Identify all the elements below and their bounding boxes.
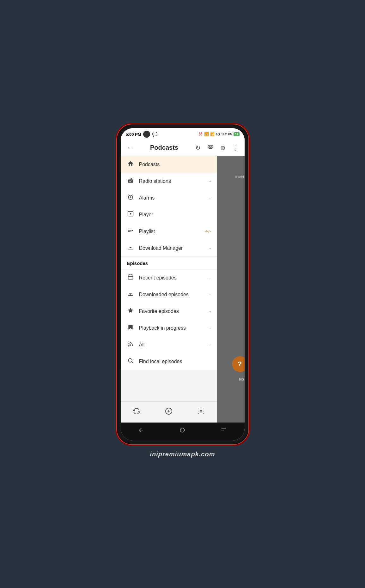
- svg-point-0: [208, 145, 213, 149]
- app-bar-title: Podcasts: [138, 144, 190, 151]
- section-header-label: Episodes: [127, 261, 148, 266]
- star-icon: [127, 307, 134, 315]
- svg-rect-4: [130, 181, 132, 181]
- sidebar-item-radio-label: Radio stations: [139, 178, 204, 184]
- sidebar-item-podcasts[interactable]: Podcasts: [121, 156, 217, 173]
- home-icon: [127, 160, 134, 168]
- overlay-add-text: o add: [235, 175, 244, 179]
- sidebar-item-recent-badge: -: [210, 275, 211, 280]
- playlist-icon: [127, 227, 134, 235]
- overlay-right[interactable]: o add ? elp: [217, 156, 244, 423]
- sidebar-item-favorite-episodes[interactable]: Favorite episodes -: [121, 303, 217, 320]
- status-time: 5:00 PM: [126, 132, 141, 137]
- android-back-button[interactable]: [138, 427, 144, 435]
- sidebar-item-playback-in-progress[interactable]: Playback in progress -: [121, 320, 217, 336]
- sidebar-item-playlist-badge: -/-/-: [204, 229, 211, 234]
- cast-icon: 📶: [204, 132, 209, 136]
- svg-rect-11: [128, 231, 130, 232]
- sidebar-item-download-manager-label: Download Manager: [139, 245, 204, 251]
- rss-icon: [127, 341, 134, 349]
- data-icon: 4G: [216, 133, 220, 136]
- sidebar-item-all-label: All: [139, 342, 204, 348]
- sidebar-item-player-label: Player: [139, 212, 211, 218]
- search-icon: [127, 357, 134, 365]
- sidebar-item-alarms[interactable]: Alarms -: [121, 189, 217, 206]
- back-button[interactable]: ←: [126, 143, 135, 153]
- sidebar-item-find-local[interactable]: Find local episodes: [121, 353, 217, 370]
- sidebar-item-recent-episodes[interactable]: Recent episodes -: [121, 269, 217, 286]
- camera-icon: [143, 131, 150, 138]
- bookmark-icon: [127, 324, 134, 332]
- screen-content: Podcasts Radio stations -: [121, 156, 245, 423]
- overlay-help-text: elp: [239, 377, 244, 381]
- downloaded-icon: [127, 291, 134, 298]
- app-bar: ← Podcasts ↻ ⊕ ⋮: [121, 140, 245, 156]
- svg-rect-14: [128, 275, 133, 279]
- sidebar-item-favorite-label: Favorite episodes: [139, 309, 204, 314]
- sidebar-item-find-local-label: Find local episodes: [139, 359, 211, 364]
- svg-point-23: [200, 410, 202, 412]
- watermark: inipremiumapk.com: [150, 451, 215, 458]
- android-recents-button[interactable]: [221, 427, 227, 435]
- bottom-refresh-button[interactable]: [126, 406, 147, 418]
- sidebar-item-all-badge: -: [210, 342, 211, 347]
- sidebar-item-radio[interactable]: Radio stations -: [121, 173, 217, 189]
- phone-frame: 5:00 PM 💬 ⏰ 📶 📶 4G 14.2 K/s 39 ← Podcast…: [116, 124, 249, 445]
- bottom-settings-button[interactable]: [191, 406, 211, 418]
- calendar-icon: [127, 274, 134, 282]
- svg-rect-13: [128, 249, 133, 249]
- svg-rect-5: [130, 181, 131, 182]
- player-icon: [127, 211, 134, 219]
- help-button[interactable]: ?: [232, 356, 245, 372]
- sidebar-item-all[interactable]: All -: [121, 336, 217, 353]
- sidebar-item-player[interactable]: Player: [121, 206, 217, 223]
- svg-point-17: [128, 345, 129, 346]
- svg-point-24: [180, 428, 185, 432]
- svg-marker-16: [128, 308, 133, 313]
- signal-icon: 📶: [210, 132, 215, 136]
- svg-line-19: [131, 362, 133, 363]
- sidebar-item-downloaded-badge: -: [210, 292, 211, 297]
- more-button[interactable]: ⋮: [231, 143, 240, 153]
- chat-icon: 💬: [152, 132, 157, 137]
- eye-button[interactable]: [206, 142, 215, 153]
- episodes-section-header: Episodes: [121, 256, 217, 269]
- sidebar-item-downloaded-label: Downloaded episodes: [139, 292, 204, 297]
- svg-rect-9: [128, 229, 131, 229]
- status-bar: 5:00 PM 💬 ⏰ 📶 📶 4G 14.2 K/s 39: [121, 128, 245, 140]
- phone-screen: 5:00 PM 💬 ⏰ 📶 📶 4G 14.2 K/s 39 ← Podcast…: [121, 128, 245, 441]
- refresh-button[interactable]: ↻: [194, 143, 202, 153]
- sidebar-item-favorite-badge: -: [210, 309, 211, 314]
- speed-unit: K/s: [228, 133, 232, 136]
- add-button[interactable]: ⊕: [219, 143, 227, 153]
- svg-marker-8: [130, 213, 131, 215]
- sidebar-item-downloaded-episodes[interactable]: Downloaded episodes -: [121, 286, 217, 303]
- android-home-button[interactable]: [179, 427, 186, 435]
- sidebar-item-alarms-badge: -: [210, 195, 211, 201]
- sidebar-item-playback-badge: -: [210, 326, 211, 331]
- sidebar-item-podcasts-label: Podcasts: [139, 162, 211, 167]
- sidebar-item-alarms-label: Alarms: [139, 195, 204, 201]
- status-left: 5:00 PM 💬: [126, 131, 157, 138]
- status-icons: ⏰ 📶 📶 4G 14.2 K/s 39: [198, 132, 240, 136]
- sidebar-item-playback-label: Playback in progress: [139, 325, 204, 331]
- sidebar-item-radio-badge: -: [210, 179, 211, 184]
- radio-icon: [127, 177, 134, 185]
- drawer-spacer: [121, 370, 217, 401]
- svg-point-3: [129, 181, 130, 182]
- svg-rect-10: [128, 230, 131, 231]
- bottom-add-button[interactable]: [159, 406, 179, 418]
- battery-icon: 39: [234, 132, 239, 136]
- sidebar-item-download-manager[interactable]: Download Manager -: [121, 240, 217, 256]
- sidebar-item-recent-label: Recent episodes: [139, 275, 204, 281]
- alarm-icon: [127, 194, 134, 202]
- svg-point-18: [128, 358, 132, 362]
- sidebar-item-playlist[interactable]: Playlist -/-/-: [121, 223, 217, 240]
- sidebar-item-download-manager-badge: -: [210, 246, 211, 251]
- download-manager-icon: [127, 244, 134, 252]
- svg-point-1: [210, 146, 211, 148]
- speed-label: 14.2: [221, 133, 227, 136]
- navigation-drawer: Podcasts Radio stations -: [121, 156, 217, 423]
- svg-marker-12: [132, 230, 133, 231]
- android-nav-bar: [121, 423, 245, 441]
